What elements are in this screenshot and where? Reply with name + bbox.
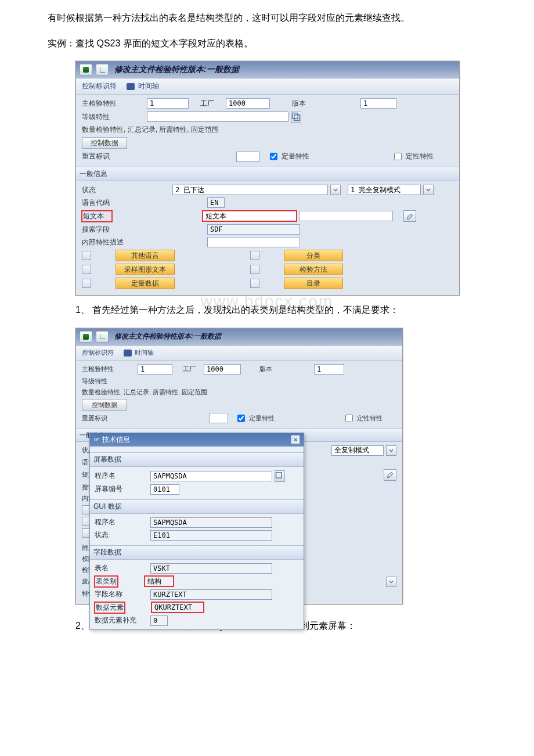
label-reset: 重置标识 (82, 152, 145, 161)
input-data-element[interactable] (151, 602, 204, 613)
intro-paragraph-2: 实例：查找 QS23 界面的短文本字段对应的表格。 (29, 36, 505, 51)
bg-copy-arrow[interactable] (386, 445, 396, 456)
checkbox-quant[interactable]: 定量特性 (268, 151, 309, 162)
input-copy-mode[interactable] (348, 185, 421, 195)
label-version: 版本 (292, 99, 315, 109)
input-program[interactable] (150, 471, 272, 481)
input-master-char[interactable] (147, 98, 189, 109)
window-title-1: 修改主文件检验特性版本:一般数据 (114, 64, 239, 75)
svg-rect-0 (293, 113, 298, 119)
button-row3-check (82, 279, 91, 288)
label-reset-2: 重置标识 (82, 414, 135, 423)
input-lang (207, 197, 225, 208)
control-data-button-2[interactable]: 控制数据 (82, 399, 127, 411)
button-row3-check2 (250, 279, 259, 288)
label-search-field: 搜索字段 (82, 225, 145, 235)
summary-text: 数量检验特性, 汇总记录, 所需特性, 固定范围 (82, 125, 219, 135)
window-title-2: 修改主文件检验特性版本:一般数据 (114, 332, 221, 341)
bg-scroll-arrow[interactable] (386, 577, 396, 587)
checkbox-qual[interactable]: 定性特性 (392, 151, 434, 162)
label-program: 程序名 (95, 471, 148, 481)
other-language-button[interactable]: 其他语言 (116, 250, 175, 261)
input-data-element-add (150, 615, 168, 626)
toolbar-timeline[interactable]: 时间轴 (138, 82, 159, 90)
toolbar-ctrl-2[interactable]: 控制标识符 (82, 349, 114, 356)
button-row2-check (82, 265, 91, 274)
input-reset[interactable] (236, 152, 259, 162)
sample-button[interactable]: 采样图形文本 (116, 264, 175, 275)
label-master-char-2: 主检验特性 (82, 365, 135, 373)
clock-icon-2 (124, 350, 132, 357)
lookup-icon[interactable] (291, 111, 301, 123)
dialog-close-icon[interactable]: ✕ (291, 435, 300, 444)
tech-info-dialog: ☞ 技术信息 ✕ 屏幕数据 程序名 屏幕编号 GUI 数据 程序名 状态 字段数… (89, 433, 304, 630)
bg-edit-icon[interactable] (384, 469, 396, 481)
input-version[interactable] (360, 98, 396, 109)
input-gui-program (150, 517, 272, 528)
titlebar-menu-icon[interactable] (96, 64, 109, 75)
input-plant-2[interactable] (204, 364, 241, 375)
titlebar-menu-icon-2[interactable] (96, 331, 109, 343)
titlebar-1: 修改主文件检验特性版本:一般数据 (76, 62, 459, 78)
button-row1-check (82, 251, 91, 260)
label-plant-2: 工厂 (183, 365, 201, 373)
dialog-title: ☞ 技术信息 (93, 435, 130, 445)
section-gui-data: GUI 数据 (90, 499, 304, 514)
titlebar-ok-icon[interactable] (80, 64, 92, 75)
inspect-button[interactable]: 检验方法 (284, 264, 343, 275)
input-status[interactable] (172, 185, 328, 195)
titlebar-2: 修改主文件检验特性版本:一般数据 (76, 329, 402, 345)
input-search-field (207, 224, 300, 235)
quant-data-button[interactable]: 定量数据 (116, 278, 175, 289)
section-field-data: 字段数据 (90, 545, 304, 560)
lookup-program-icon[interactable] (275, 470, 285, 482)
input-reset-2[interactable] (210, 413, 228, 423)
toolbar-timeline-2[interactable]: 时间轴 (135, 349, 154, 356)
dropdown-status-icon[interactable] (330, 185, 341, 195)
label-gui-status: 状态 (95, 530, 148, 540)
svg-rect-1 (294, 115, 300, 121)
svg-rect-2 (276, 472, 282, 478)
toolbar-ctrl[interactable]: 控制标识符 (82, 82, 117, 90)
label-table-type: 表类别 (95, 576, 118, 587)
classify-button[interactable]: 分类 (284, 250, 343, 261)
dialog-titlebar: ☞ 技术信息 ✕ (90, 433, 304, 447)
input-short-text-ext[interactable] (299, 211, 393, 221)
button-row1-check2 (250, 251, 259, 260)
label-int-desc: 内部特性描述 (82, 237, 145, 247)
label-data-element: 数据元素 (95, 602, 125, 613)
bg-copy-mode[interactable] (331, 445, 384, 456)
edit-text-icon[interactable] (403, 210, 416, 222)
input-version-2[interactable] (314, 364, 344, 375)
step-1-text: 1、 首先经过第一种方法之后，发现找出的表类别是结构类型的，不满足要求： (75, 303, 505, 318)
section-general-header: 一般信息 (76, 167, 459, 181)
input-class-char[interactable] (147, 111, 288, 122)
control-data-button[interactable]: 控制数据 (82, 137, 127, 149)
section-screen-data: 屏幕数据 (90, 452, 304, 467)
dropdown-copy-icon[interactable] (423, 185, 434, 195)
input-master-char-2[interactable] (138, 364, 172, 375)
titlebar-ok-icon-2[interactable] (80, 331, 92, 343)
input-plant[interactable] (226, 98, 270, 109)
input-int-desc[interactable] (207, 237, 300, 247)
label-class-char-2: 等级特性 (82, 377, 135, 386)
app-toolbar-2: 控制标识符 时间轴 (76, 345, 402, 361)
label-short-text: 短文本 (82, 211, 112, 222)
button-row2-check2 (250, 265, 259, 274)
label-master-char: 主检验特性 (82, 99, 145, 109)
label-class-char: 等级特性 (82, 112, 145, 122)
label-lang: 语言代码 (82, 198, 145, 208)
label-version-2: 版本 (259, 365, 278, 373)
label-plant: 工厂 (200, 99, 223, 109)
checkbox-quant-2[interactable]: 定量特性 (235, 413, 275, 424)
input-gui-status (150, 530, 272, 541)
checkbox-qual-2[interactable]: 定性特性 (343, 413, 383, 424)
input-field-name (150, 589, 272, 600)
input-screen-no[interactable] (150, 484, 179, 495)
catalog-button[interactable]: 目录 (284, 278, 343, 289)
sap-screenshot-1: 修改主文件检验特性版本:一般数据 控制标识符 时间轴 主检验特性 工厂 版本 等… (75, 61, 460, 296)
summary-text-2: 数量检验特性, 汇总记录, 所需特性, 固定范围 (82, 388, 207, 397)
input-short-text[interactable] (203, 211, 297, 221)
input-table-type (145, 576, 174, 586)
app-toolbar-1: 控制标识符 时间轴 (76, 78, 459, 95)
